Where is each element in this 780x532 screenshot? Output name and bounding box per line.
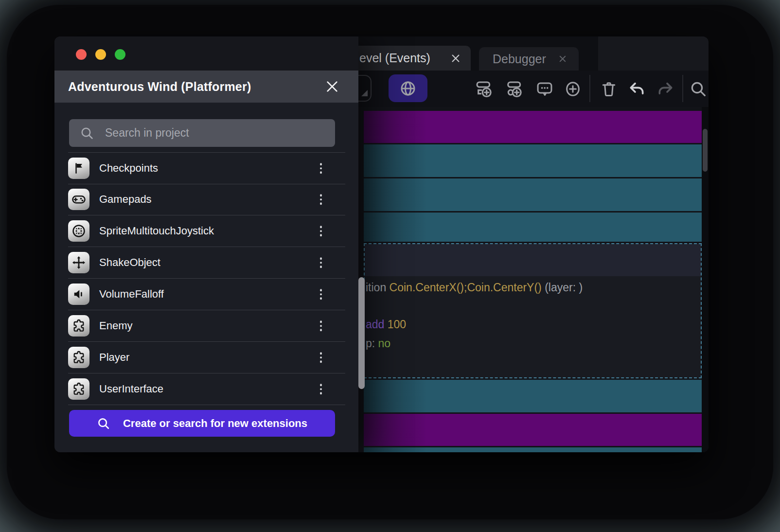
event-action-line[interactable]: p: no [366,337,390,350]
close-drawer-icon[interactable] [325,79,339,94]
list-item-shakeobject[interactable]: ShakeObject [68,247,345,279]
item-options-kebab-icon[interactable] [320,226,322,236]
expression-text: Coin.CenterX() [390,281,464,294]
item-options-kebab-icon[interactable] [320,163,322,174]
list-item-label: Gamepads [99,193,152,206]
search-icon [80,126,94,141]
event-row[interactable] [364,178,702,211]
expression-text: Coin.CenterY() [467,281,541,294]
close-window-button[interactable] [76,49,87,60]
event-row[interactable] [364,447,702,452]
joystick-icon [68,220,89,242]
list-item-volumefalloff[interactable]: VolumeFalloff [68,279,345,310]
delete-trash-icon[interactable] [600,80,618,98]
list-item-label: SpriteMultitouchJoystick [99,225,214,237]
list-item-label: Enemy [99,319,132,332]
minimize-window-button[interactable] [95,49,106,60]
item-options-kebab-icon[interactable] [320,289,322,300]
operator-text: add [366,318,388,331]
value-text: 100 [388,318,406,331]
macos-titlebar [54,36,358,71]
list-item-checkpoints[interactable]: Checkpoints [68,152,345,184]
toolbar-divider [589,75,590,102]
search-icon [97,417,110,430]
window-controls-cluster [598,36,709,71]
events-scrollbar-thumb[interactable] [703,129,708,172]
close-tab-icon[interactable] [450,53,461,64]
dropdown-arrow-icon [361,90,368,96]
item-options-kebab-icon[interactable] [320,384,322,394]
event-row[interactable] [364,111,702,143]
flag-icon [68,158,89,179]
item-options-kebab-icon[interactable] [320,320,322,331]
project-title: Adventurous Wind (Platformer) [68,80,251,94]
add-sub-event-icon[interactable] [505,79,525,99]
action-text: (layer: ) [542,281,583,294]
network-preview-button[interactable] [389,74,427,102]
undo-icon[interactable] [627,79,647,99]
list-item-userinterface[interactable]: UserInterface [68,373,345,405]
zoom-window-button[interactable] [115,49,125,60]
tab-debugger-label: Debugger [493,52,546,66]
add-comment-icon[interactable] [535,80,554,98]
app-window: evel (Events) Debugger [54,36,709,452]
tab-debugger[interactable]: Debugger [479,47,579,71]
list-item-player[interactable]: Player [68,342,345,373]
toolbar-divider [682,75,683,102]
drawer-scrollbar-thumb[interactable] [358,277,365,389]
event-row[interactable] [364,414,702,446]
tab-level-events-label: evel (Events) [359,51,430,65]
list-item-label: Checkpoints [99,162,158,175]
list-item-label: VolumeFalloff [99,288,164,301]
project-manager-drawer: Adventurous Wind (Platformer) Search in … [54,36,358,452]
event-action-line[interactable]: ition Coin.CenterX();Coin.CenterY() (lay… [366,281,583,294]
action-text: ition [366,281,390,294]
drawer-header: Adventurous Wind (Platformer) [54,71,358,103]
event-row[interactable] [364,144,702,177]
close-tab-icon[interactable] [558,54,567,63]
list-item-label: Player [99,351,129,364]
create-search-extensions-button[interactable]: Create or search for new extensions [69,410,335,437]
selected-event-condition-area[interactable] [365,244,701,276]
search-placeholder: Search in project [105,126,189,140]
event-row[interactable] [364,213,702,242]
list-item-enemy[interactable]: Enemy [68,310,345,342]
puzzle-icon [68,378,89,400]
parameter-text: p: [366,337,378,350]
cta-label: Create or search for new extensions [123,417,307,430]
event-action-line[interactable]: add 100 [366,318,406,331]
item-options-kebab-icon[interactable] [320,257,322,268]
gamepad-icon [68,189,89,210]
add-other-icon[interactable] [564,80,582,98]
globe-icon [399,79,417,98]
list-item-spritemultitouchjoystick[interactable]: SpriteMultitouchJoystick [68,215,345,247]
redo-icon[interactable] [656,79,675,99]
value-text: no [378,337,391,350]
selected-event-block[interactable]: ition Coin.CenterX();Coin.CenterY() (lay… [364,243,702,378]
search-input[interactable]: Search in project [69,119,335,147]
move-arrows-icon [68,252,89,273]
item-options-kebab-icon[interactable] [320,352,322,363]
event-row[interactable] [364,380,702,412]
puzzle-icon [68,315,89,337]
puzzle-icon [68,347,89,368]
item-options-kebab-icon[interactable] [320,194,322,205]
list-item-gamepads[interactable]: Gamepads [68,184,345,215]
add-event-icon[interactable] [475,79,494,99]
speaker-icon [68,284,89,305]
list-item-label: UserInterface [99,383,163,395]
search-icon[interactable] [689,80,708,98]
list-item-label: ShakeObject [99,256,160,269]
